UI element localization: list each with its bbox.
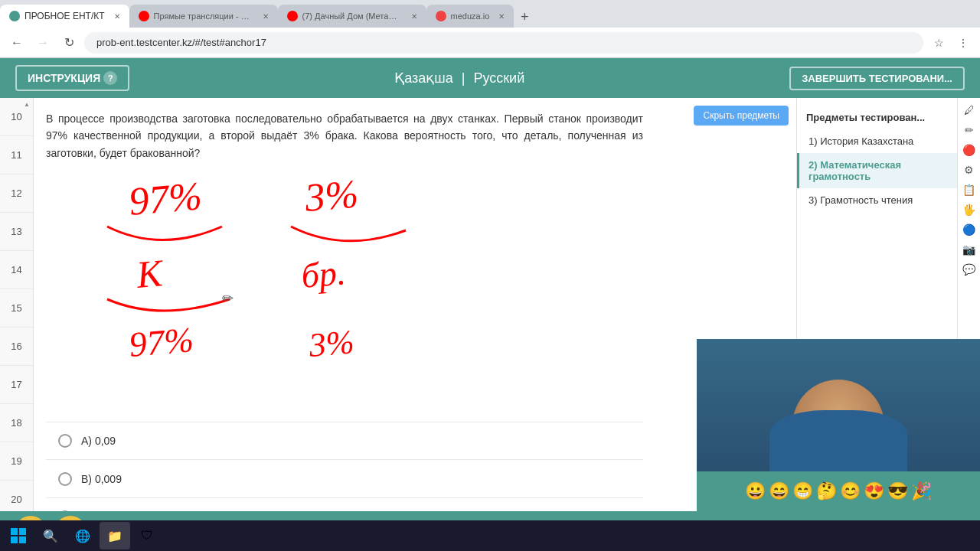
- svg-text:97%: 97%: [127, 320, 194, 364]
- answer-option-a[interactable]: А) 0,09: [46, 422, 643, 460]
- tab-favicon-3: [287, 11, 298, 21]
- option-label-a: А) 0,09: [81, 435, 116, 447]
- row-num-14: 14: [0, 251, 33, 289]
- sidebar-item-history[interactable]: 1) История Казахстана: [797, 129, 957, 153]
- emoji-5[interactable]: 😊: [840, 481, 861, 501]
- emoji-6[interactable]: 😍: [864, 481, 884, 501]
- tool-icon-7[interactable]: 🔵: [960, 220, 978, 239]
- svg-rect-7: [11, 528, 18, 535]
- tab-favicon-4: [436, 11, 446, 21]
- tab-youtube[interactable]: Прямые трансляции - YouTube ✕: [129, 5, 278, 28]
- svg-text:K: K: [134, 251, 166, 296]
- taskbar-files[interactable]: 📁: [100, 522, 130, 549]
- emoji-2[interactable]: 😄: [769, 481, 789, 501]
- svg-rect-9: [11, 536, 18, 543]
- svg-text:бр.: бр.: [299, 253, 347, 295]
- emoji-1[interactable]: 😀: [745, 481, 766, 501]
- hide-subjects-button[interactable]: Скрыть предметы: [694, 106, 789, 126]
- row-num-19: 19: [0, 442, 33, 481]
- drawing-area: 97% K 97% 3% бр.: [46, 177, 643, 406]
- emoji-8[interactable]: 🎉: [911, 481, 932, 501]
- option-label-b: В) 0,009: [81, 473, 122, 485]
- tab-favicon-1: [9, 11, 20, 21]
- forward-button[interactable]: →: [32, 32, 54, 54]
- tab-close-1[interactable]: ✕: [114, 12, 120, 21]
- tab-close-3[interactable]: ✕: [411, 12, 417, 21]
- tool-icon-8[interactable]: 📷: [960, 240, 978, 259]
- tab-label-2: Прямые трансляции - YouTube: [154, 11, 253, 21]
- tab-meduza[interactable]: meduza.io ✕: [426, 5, 514, 28]
- row-num-18: 18: [0, 404, 33, 442]
- svg-text:97%: 97%: [127, 174, 204, 223]
- row-num-15: 15: [0, 289, 33, 328]
- tool-icon-6[interactable]: 🖐: [960, 201, 978, 219]
- extensions-icon[interactable]: ⋮: [952, 32, 974, 54]
- lang-separator: |: [462, 70, 466, 86]
- new-tab-button[interactable]: +: [514, 6, 535, 28]
- sidebar-item-reading[interactable]: 3) Грамотность чтения: [797, 188, 957, 212]
- tab-close-4[interactable]: ✕: [498, 12, 505, 21]
- handwriting-svg: 97% K 97% 3% бр.: [84, 154, 620, 383]
- row-num-20: 20: [0, 481, 33, 511]
- tool-icon-9[interactable]: 💬: [960, 260, 978, 279]
- row-num-13: 13: [0, 213, 33, 251]
- tab-label-1: ПРОБНОЕ ЕНТ/КТ: [24, 11, 105, 21]
- sidebar-item-math[interactable]: 2) Математическая грамотность: [797, 153, 957, 188]
- sidebar-title: Предметы тестирован...: [797, 106, 957, 129]
- taskbar-shield[interactable]: 🛡: [132, 522, 162, 549]
- svg-text:✏: ✏: [222, 291, 234, 306]
- row-num-12: 12: [0, 174, 33, 213]
- tool-icon-3[interactable]: 🔴: [960, 141, 978, 159]
- radio-a[interactable]: [58, 434, 72, 448]
- bookmark-icon[interactable]: ☆: [928, 32, 949, 54]
- svg-text:3%: 3%: [307, 323, 356, 364]
- sidebar-item-2-number: 2): [808, 159, 820, 171]
- finish-testing-button[interactable]: ЗАВЕРШИТЬ ТЕСТИРОВАНИ...: [789, 67, 965, 90]
- tab-close-2[interactable]: ✕: [263, 12, 269, 21]
- webcam-video: 😀 😄 😁 🤔 😊 😍 😎 🎉: [697, 339, 980, 511]
- sidebar-item-2-label: Математическая грамотность: [808, 159, 901, 182]
- tab-label-4: meduza.io: [451, 11, 490, 21]
- instruction-button[interactable]: ИНСТРУКЦИЯ ?: [15, 65, 129, 91]
- answer-option-b[interactable]: В) 0,009: [46, 460, 643, 498]
- tool-icon-2[interactable]: ✏: [960, 121, 978, 139]
- tool-icon-1[interactable]: 🖊: [960, 101, 978, 119]
- start-button[interactable]: [3, 522, 34, 549]
- sidebar-item-3-number: 3): [808, 194, 820, 206]
- svg-text:3%: 3%: [302, 171, 360, 220]
- refresh-button[interactable]: ↻: [58, 32, 80, 54]
- tab-dacha[interactable]: (7) Дачный Дом (Металлокарк... ✕: [278, 5, 426, 28]
- tool-icon-5[interactable]: 📋: [960, 181, 978, 199]
- question-content: В процессе производства заготовка послед…: [34, 98, 796, 511]
- header-left: ИНСТРУКЦИЯ ?: [15, 65, 129, 91]
- answer-option-c[interactable]: С) 0,003: [46, 498, 643, 511]
- webcam-area: 😀 😄 😁 🤔 😊 😍 😎 🎉: [697, 339, 980, 511]
- tab-bar: ПРОБНОЕ ЕНТ/КТ ✕ Прямые трансляции - You…: [0, 0, 980, 28]
- windows-logo-icon: [11, 528, 26, 543]
- lang-kz-link[interactable]: Қазақша: [394, 70, 453, 86]
- row-num-16: 16: [0, 328, 33, 366]
- tool-icon-4[interactable]: ⚙: [960, 161, 978, 179]
- sidebar-item-3-label: Грамотность чтения: [820, 194, 913, 206]
- radio-b[interactable]: [58, 472, 72, 486]
- site-header: ИНСТРУКЦИЯ ? Қазақша | Русский ЗАВЕРШИТЬ…: [0, 58, 980, 98]
- instruction-label: ИНСТРУКЦИЯ: [28, 72, 100, 84]
- emoji-bar: 😀 😄 😁 🤔 😊 😍 😎 🎉: [697, 471, 980, 511]
- lang-ru-link[interactable]: Русский: [473, 70, 524, 86]
- row-num-10: 10: [0, 98, 33, 136]
- address-bar-row: ← → ↻ ☆ ⋮: [0, 28, 980, 58]
- row-numbers: 10 11 12 13 14 15 16 17 18 19 20: [0, 98, 34, 511]
- tab-active[interactable]: ПРОБНОЕ ЕНТ/КТ ✕: [0, 5, 129, 28]
- answer-options: А) 0,09 В) 0,009 С) 0,003 D) 0,03: [46, 422, 643, 511]
- taskbar-search-button[interactable]: 🔍: [35, 522, 66, 549]
- address-input[interactable]: [84, 32, 923, 54]
- taskbar-browser[interactable]: 🌐: [67, 522, 98, 549]
- browser-chrome: ПРОБНОЕ ЕНТ/КТ ✕ Прямые трансляции - You…: [0, 0, 980, 58]
- emoji-7[interactable]: 😎: [887, 481, 908, 501]
- back-button[interactable]: ←: [6, 32, 28, 54]
- emoji-3[interactable]: 😁: [792, 481, 813, 501]
- tab-favicon-2: [139, 11, 149, 21]
- svg-rect-10: [19, 536, 26, 543]
- emoji-4[interactable]: 🤔: [816, 481, 837, 501]
- row-num-11: 11: [0, 136, 33, 174]
